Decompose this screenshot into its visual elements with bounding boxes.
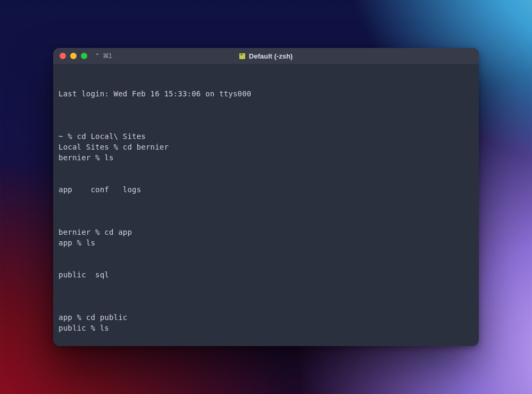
window-titlebar[interactable]: ⌃⌘1 Default (-zsh) <box>53 48 479 64</box>
window-title-text: Default (-zsh) <box>249 52 293 60</box>
tab-shortcut: ⌘1 <box>103 52 112 60</box>
ls-output: public sql <box>59 269 473 280</box>
zoom-button[interactable] <box>81 53 87 59</box>
prompt-line: bernier % cd app <box>59 227 473 237</box>
tab-shortcut-prefix: ⌃ <box>95 52 99 60</box>
minimize-button[interactable] <box>70 53 77 59</box>
prompt-line: app % ls <box>59 237 473 248</box>
ls-output: app conf logs <box>59 184 473 195</box>
prompt-line: Local Sites % cd bernier <box>59 142 473 152</box>
terminal-window: ⌃⌘1 Default (-zsh) Last login: Wed Feb 1… <box>53 48 479 346</box>
terminal-content[interactable]: Last login: Wed Feb 16 15:33:06 on ttys0… <box>53 64 479 346</box>
last-login-line: Last login: Wed Feb 16 15:33:06 on ttys0… <box>59 88 473 99</box>
window-title: Default (-zsh) <box>239 52 293 60</box>
prompt-line: public % ls <box>59 323 473 333</box>
prompt-line: bernier % ls <box>59 152 473 163</box>
prompt-line: app % cd public <box>59 312 473 323</box>
tab-indicator[interactable]: ⌃⌘1 <box>95 52 112 60</box>
window-controls <box>60 53 87 59</box>
process-icon <box>239 53 245 59</box>
prompt-line: ~ % cd Local\ Sites <box>59 131 473 142</box>
close-button[interactable] <box>60 53 66 59</box>
